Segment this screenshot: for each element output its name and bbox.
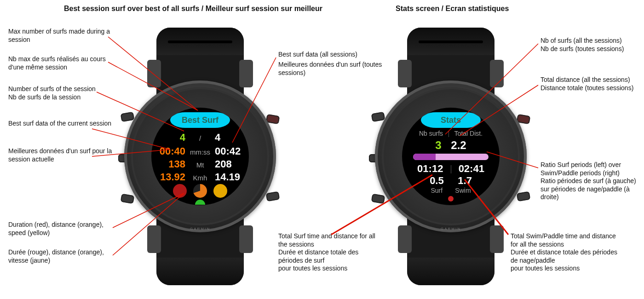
button-back-lap[interactable] <box>266 191 280 202</box>
note-colors-fr: Durée (rouge), distance (orange), vitess… <box>8 248 119 264</box>
label-swim: Swim <box>455 187 471 194</box>
button-down[interactable] <box>121 194 135 204</box>
button-light[interactable] <box>371 112 385 122</box>
watch-left: Best Surf 4 / 4 00:40 mm:ss 00:42 138 Mt… <box>113 28 288 285</box>
red-dot-icon <box>448 196 454 201</box>
speed-session: 13.92 <box>156 171 188 183</box>
distance-disk-icon <box>193 184 207 198</box>
note-total-dist: Total distance (all the sessions) Distan… <box>540 76 633 92</box>
surf-dist: 0.5 <box>430 175 444 186</box>
title-right: Stats screen / Ecran statistiques <box>396 5 515 13</box>
screen-title-pill: Best Surf <box>170 112 230 128</box>
brand-label: GARMIN <box>124 227 276 231</box>
note-best-session-fr: Meilleures données d'un surf pour la ses… <box>8 147 119 163</box>
button-light[interactable] <box>121 112 135 122</box>
speed-all: 14.19 <box>212 171 244 183</box>
note-max-surfs-en: Max number of surfs made during a sessio… <box>8 28 119 44</box>
value-nb-surfs: 3 <box>435 139 441 151</box>
duration-all: 00:42 <box>212 145 244 157</box>
note-colors-en: Duration (red), distance (orange), speed… <box>8 221 119 237</box>
unit-distance: Mt <box>188 161 212 169</box>
swim-time: 02:41 <box>459 163 484 174</box>
duration-disk-icon <box>173 184 187 198</box>
surf-time: 01:12 <box>417 163 443 174</box>
speed-disk-icon <box>213 184 227 198</box>
unit-speed: Kmh <box>188 174 212 182</box>
note-session-surfs: Number of surfs of the session Nb de sur… <box>8 85 96 101</box>
note-total-surf: Total Surf time and distance for all the… <box>278 232 384 273</box>
duration-session: 00:40 <box>156 145 188 157</box>
title-left: Best session surf over best of all surfs… <box>55 5 331 13</box>
note-total-swim: Total Swim/Paddle time and distance for … <box>511 232 621 273</box>
value-total-dist: 2.2 <box>451 139 466 151</box>
surfs-session: 4 <box>156 132 188 144</box>
screen-stats: Stats Nb surfs Total Dist. 3 2.2 01:12 0… <box>402 108 500 205</box>
distance-all: 208 <box>212 158 244 170</box>
header-total-dist: Total Dist. <box>454 130 483 137</box>
button-back-lap[interactable] <box>517 191 531 202</box>
button-down[interactable] <box>371 194 385 204</box>
unit-duration: mm:ss <box>188 148 212 156</box>
screen-best-surf: Best Surf 4 / 4 00:40 mm:ss 00:42 138 Mt… <box>151 108 249 205</box>
brand-label: GARMIN <box>375 227 527 231</box>
note-max-surfs-fr: Nb max de surfs réalisés au cours d'une … <box>8 55 119 71</box>
note-nb-surfs: Nb of surfs (all the sessions) Nb de sur… <box>540 37 624 53</box>
distance-session: 138 <box>156 158 188 170</box>
note-ratio: Ratio Surf periods (left) over Swim/Padd… <box>540 161 642 201</box>
surfs-all: 4 <box>212 132 244 144</box>
screen-title-pill: Stats <box>421 112 481 128</box>
label-surf: Surf <box>431 187 443 194</box>
ratio-bar <box>413 154 489 160</box>
note-best-session-en: Best surf data of the current session <box>8 120 111 128</box>
separator: / <box>188 134 212 142</box>
note-best-all-en: Best surf data (all sessions) <box>278 51 357 59</box>
swim-dist: 1.7 <box>458 175 472 186</box>
note-best-all-fr: Meilleures données d'un surf (toutes ses… <box>278 61 389 77</box>
green-dot-icon <box>195 200 205 205</box>
header-nb-surfs: Nb surfs <box>419 130 443 137</box>
